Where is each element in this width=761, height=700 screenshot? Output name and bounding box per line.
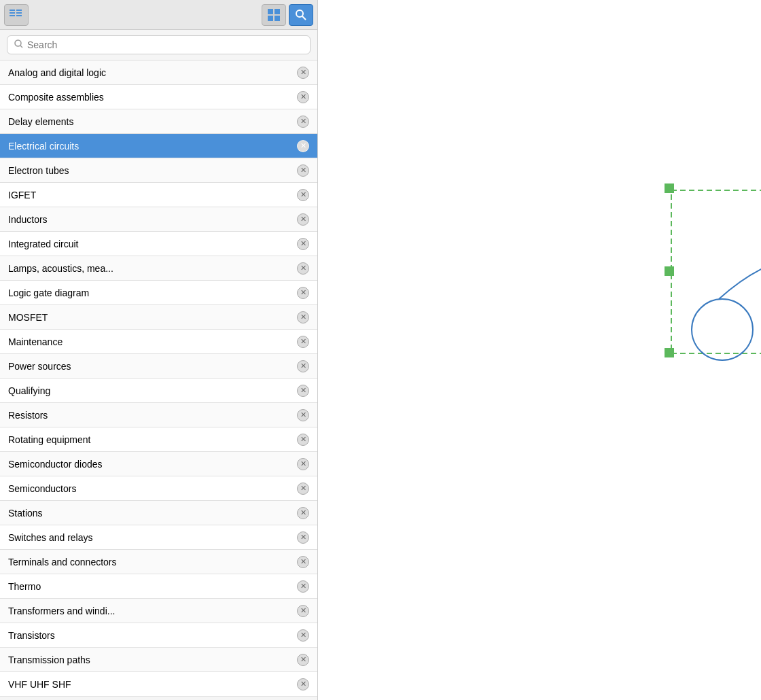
svg-rect-5 <box>16 15 22 16</box>
category-item[interactable]: Electron tubes✕ <box>0 158 317 183</box>
remove-button[interactable]: ✕ <box>297 385 309 397</box>
category-label: Rotating equipment <box>8 434 90 445</box>
remove-button[interactable]: ✕ <box>297 434 309 446</box>
category-label: Analog and digital logic <box>8 67 106 78</box>
remove-button[interactable]: ✕ <box>297 116 309 128</box>
category-item[interactable]: Transmission paths✕ <box>0 648 317 672</box>
svg-rect-2 <box>10 15 15 16</box>
category-item[interactable]: Integrated circuit✕ <box>0 232 317 256</box>
svg-point-25 <box>692 299 753 360</box>
category-item[interactable]: Composite assemblies✕ <box>0 85 317 109</box>
svg-rect-18 <box>665 266 674 276</box>
grid-view-button[interactable] <box>262 4 286 26</box>
category-item[interactable]: Transistors✕ <box>0 623 317 648</box>
category-item[interactable]: Rotating equipment✕ <box>0 427 317 452</box>
category-label: Maintenance <box>8 336 63 347</box>
category-label: VHF UHF SHF <box>8 679 71 690</box>
svg-point-10 <box>296 10 303 17</box>
left-panel: Analog and digital logic✕Composite assem… <box>0 0 318 700</box>
category-item[interactable]: Thermo✕ <box>0 574 317 599</box>
category-item[interactable]: Maintenance✕ <box>0 330 317 354</box>
category-label: Composite assemblies <box>8 92 104 103</box>
remove-button[interactable]: ✕ <box>297 507 309 519</box>
remove-button[interactable]: ✕ <box>297 605 309 617</box>
remove-button[interactable]: ✕ <box>297 483 309 495</box>
category-item[interactable]: Electrical circuits✕ <box>0 134 317 158</box>
category-item[interactable]: Resistors✕ <box>0 403 317 427</box>
category-label: Switches and relays <box>8 532 93 543</box>
remove-button[interactable]: ✕ <box>297 556 309 568</box>
remove-button[interactable]: ✕ <box>297 189 309 201</box>
category-label: Transmission paths <box>8 654 90 665</box>
remove-button[interactable]: ✕ <box>297 531 309 544</box>
svg-rect-4 <box>16 12 22 14</box>
category-item[interactable]: Transformers and windi...✕ <box>0 599 317 623</box>
svg-rect-8 <box>268 16 273 21</box>
svg-line-13 <box>20 46 22 48</box>
remove-button[interactable]: ✕ <box>297 262 309 275</box>
remove-button[interactable]: ✕ <box>297 580 309 593</box>
remove-button[interactable]: ✕ <box>297 91 309 103</box>
category-item[interactable]: VHF UHF SHF✕ <box>0 672 317 697</box>
category-label: Electrical circuits <box>8 141 79 152</box>
remove-button[interactable]: ✕ <box>297 629 309 642</box>
remove-button[interactable]: ✕ <box>297 140 309 152</box>
remove-button[interactable]: ✕ <box>297 67 309 79</box>
category-label: IGFET <box>8 190 36 200</box>
category-label: Qualifying <box>8 385 50 396</box>
svg-rect-3 <box>16 10 22 11</box>
remove-button[interactable]: ✕ <box>297 336 309 348</box>
svg-rect-1 <box>10 12 15 14</box>
remove-button[interactable]: ✕ <box>297 311 309 323</box>
category-item[interactable]: Inductors✕ <box>0 207 317 232</box>
category-item[interactable]: Terminals and connectors✕ <box>0 550 317 574</box>
category-label: Terminals and connectors <box>8 557 117 567</box>
search-icon <box>14 39 23 50</box>
category-label: Inductors <box>8 214 48 225</box>
remove-button[interactable]: ✕ <box>297 287 309 299</box>
remove-button[interactable]: ✕ <box>297 654 309 666</box>
remove-button[interactable]: ✕ <box>297 678 309 690</box>
list-view-button[interactable] <box>4 4 29 26</box>
category-list: Analog and digital logic✕Composite assem… <box>0 60 317 700</box>
remove-button[interactable]: ✕ <box>297 458 309 470</box>
category-label: Semiconductor diodes <box>8 459 103 470</box>
category-label: Power sources <box>8 361 71 372</box>
category-label: Transformers and windi... <box>8 606 115 616</box>
category-item[interactable]: Lamps, acoustics, mea...✕ <box>0 256 317 281</box>
category-item[interactable]: Switches and relays✕ <box>0 525 317 550</box>
category-label: Transistors <box>8 630 55 641</box>
category-label: MOSFET <box>8 312 48 323</box>
svg-line-11 <box>302 16 306 20</box>
category-item[interactable]: Analog and digital logic✕ <box>0 60 317 85</box>
category-label: Stations <box>8 508 43 519</box>
remove-button[interactable]: ✕ <box>297 213 309 226</box>
category-label: Lamps, acoustics, mea... <box>8 263 113 274</box>
category-label: Electron tubes <box>8 165 69 176</box>
category-label: Integrated circuit <box>8 239 79 249</box>
category-label: Thermo <box>8 581 41 592</box>
svg-rect-15 <box>665 183 674 193</box>
remove-button[interactable]: ✕ <box>297 238 309 250</box>
remove-button[interactable]: ✕ <box>297 409 309 421</box>
search-input[interactable] <box>27 39 303 50</box>
category-item[interactable]: MOSFET✕ <box>0 305 317 330</box>
category-item[interactable]: Stations✕ <box>0 501 317 525</box>
remove-button[interactable]: ✕ <box>297 164 309 177</box>
svg-rect-0 <box>10 10 15 11</box>
category-item[interactable]: Semiconductors✕ <box>0 476 317 501</box>
svg-rect-14 <box>671 190 761 353</box>
svg-rect-6 <box>268 9 273 14</box>
category-item[interactable]: IGFET✕ <box>0 183 317 207</box>
search-bar[interactable] <box>7 35 311 54</box>
category-label: Semiconductors <box>8 483 76 494</box>
category-item[interactable]: Logic gate diagram✕ <box>0 281 317 305</box>
svg-rect-9 <box>275 16 280 21</box>
category-item[interactable]: Delay elements✕ <box>0 109 317 134</box>
search-view-button[interactable] <box>289 4 313 26</box>
svg-rect-7 <box>275 9 280 14</box>
category-item[interactable]: Semiconductor diodes✕ <box>0 452 317 476</box>
category-item[interactable]: Qualifying✕ <box>0 379 317 403</box>
category-item[interactable]: Power sources✕ <box>0 354 317 379</box>
remove-button[interactable]: ✕ <box>297 360 309 372</box>
